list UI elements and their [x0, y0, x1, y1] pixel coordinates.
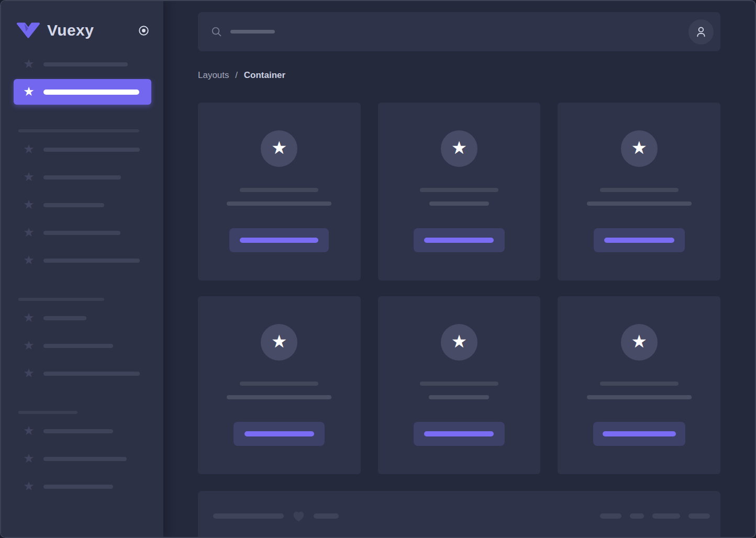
star-icon: ★ [22, 339, 36, 352]
footer-bar-placeholder [314, 513, 339, 519]
placeholder-card: ★ [558, 296, 720, 474]
breadcrumb: Layouts / Container [198, 70, 720, 81]
placeholder-card: ★ [378, 296, 541, 474]
sidebar-item[interactable]: ★ [14, 305, 151, 331]
card-avatar: ★ [441, 324, 477, 361]
menu-label-placeholder [43, 62, 128, 66]
star-icon: ★ [631, 332, 647, 350]
card-avatar: ★ [621, 130, 658, 167]
sidebar-header: Vuexy [1, 1, 163, 51]
card-avatar: ★ [261, 324, 297, 361]
button-label-placeholder [424, 238, 494, 243]
star-icon: ★ [22, 424, 36, 437]
sidebar-item[interactable]: ★ [14, 333, 151, 358]
placeholder-card: ★ [378, 103, 541, 281]
button-label-placeholder [424, 431, 494, 436]
user-avatar-button[interactable] [688, 19, 714, 44]
card-line-placeholder [240, 382, 318, 386]
sidebar-item[interactable]: ★ [14, 446, 151, 472]
card-line-placeholder [587, 201, 692, 206]
section-header-placeholder [18, 298, 104, 301]
card-line-placeholder [420, 382, 498, 386]
card-line-placeholder [600, 188, 679, 192]
vuexy-logo-icon [17, 23, 40, 38]
card-line-placeholder [240, 188, 318, 192]
sidebar-item[interactable]: ★ [14, 164, 151, 190]
menu-label-placeholder [43, 148, 140, 152]
section-header-placeholder [18, 411, 77, 414]
sidebar-item[interactable]: ★ [14, 474, 151, 499]
main-content: Layouts / Container ★★★★★★ [163, 1, 755, 537]
footer-left-group [213, 509, 339, 523]
card-grid: ★★★★★★ [198, 103, 720, 474]
star-icon: ★ [451, 139, 467, 156]
menu-label-placeholder [43, 485, 113, 489]
star-icon: ★ [631, 139, 647, 156]
menu-label-placeholder [43, 203, 104, 207]
menu-label-placeholder [43, 372, 140, 376]
card-action-button[interactable] [414, 228, 505, 252]
brand-title: Vuexy [47, 21, 138, 39]
radio-circle-icon [138, 25, 150, 37]
search-bar[interactable] [198, 12, 720, 51]
menu-label-placeholder [43, 231, 120, 235]
button-label-placeholder [244, 431, 314, 436]
breadcrumb-separator: / [235, 70, 238, 80]
menu-label-placeholder [43, 89, 139, 95]
star-icon: ★ [271, 139, 287, 156]
menu-label-placeholder [43, 429, 113, 433]
card-action-button[interactable] [234, 422, 325, 446]
card-action-button[interactable] [414, 422, 505, 446]
card-line-placeholder [420, 188, 498, 192]
star-icon: ★ [22, 58, 36, 70]
card-line-placeholder [429, 395, 489, 399]
menu-label-placeholder [43, 457, 127, 461]
star-icon: ★ [22, 311, 36, 324]
breadcrumb-item-layouts[interactable]: Layouts [198, 70, 229, 80]
sidebar-item-active[interactable]: ★ [14, 79, 151, 105]
menu-label-placeholder [43, 316, 86, 320]
sidebar-item[interactable]: ★ [14, 361, 151, 386]
footer-bar-placeholder [688, 513, 710, 519]
placeholder-card: ★ [198, 103, 361, 281]
card-action-button[interactable] [593, 422, 685, 446]
heart-icon[interactable] [292, 509, 306, 523]
app-window: Vuexy ★★★★★★★★★★★★★ [0, 0, 756, 538]
footer-bar-placeholder [213, 513, 284, 519]
sidebar-nav: ★★★★★★★★★★★★★ [1, 51, 163, 499]
button-label-placeholder [603, 431, 676, 436]
card-avatar: ★ [441, 130, 477, 167]
footer-bar-placeholder [600, 513, 621, 519]
star-icon: ★ [22, 171, 36, 183]
card-action-button[interactable] [594, 228, 685, 252]
sidebar-item[interactable]: ★ [14, 192, 151, 218]
star-icon: ★ [22, 367, 36, 379]
card-avatar: ★ [621, 324, 658, 361]
star-icon: ★ [22, 480, 36, 492]
search-icon [210, 26, 223, 38]
footer-right-group [600, 509, 710, 523]
footer-bar-placeholder [652, 513, 680, 519]
placeholder-card: ★ [198, 296, 361, 474]
sidebar-item[interactable]: ★ [14, 51, 151, 77]
star-icon: ★ [22, 226, 36, 239]
card-line-placeholder [429, 201, 489, 206]
menu-label-placeholder [43, 259, 140, 263]
user-icon [694, 25, 708, 39]
footer-card [198, 491, 720, 538]
footer-bar-placeholder [630, 513, 644, 519]
search-placeholder-bar [230, 30, 275, 33]
card-line-placeholder [227, 201, 331, 206]
sidebar: Vuexy ★★★★★★★★★★★★★ [1, 1, 163, 537]
star-icon: ★ [451, 332, 467, 350]
button-label-placeholder [604, 238, 674, 243]
nav-pin-toggle[interactable] [138, 25, 150, 37]
card-action-button[interactable] [229, 228, 329, 252]
sidebar-item[interactable]: ★ [14, 248, 151, 273]
star-icon: ★ [271, 332, 287, 350]
sidebar-item[interactable]: ★ [14, 418, 151, 444]
star-icon: ★ [22, 143, 36, 155]
breadcrumb-item-current: Container [244, 70, 285, 80]
sidebar-item[interactable]: ★ [14, 137, 151, 162]
sidebar-item[interactable]: ★ [14, 220, 151, 245]
